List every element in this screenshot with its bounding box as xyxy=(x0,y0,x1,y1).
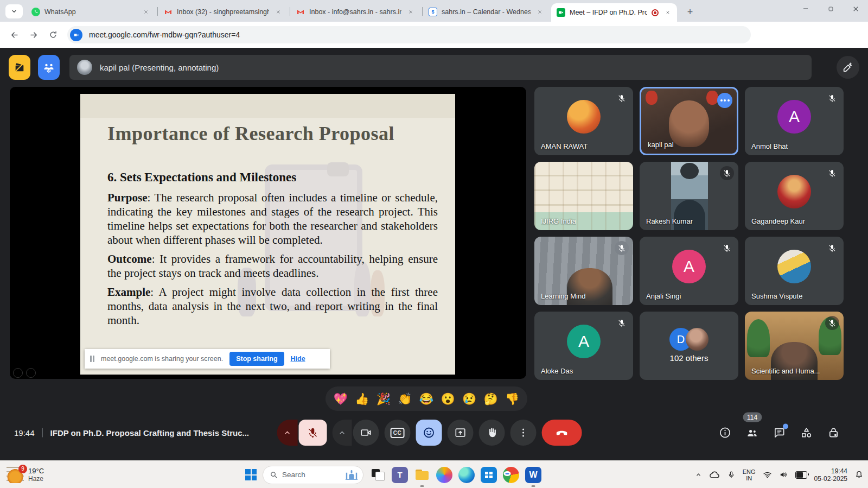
participant-tile-anjali-singi[interactable]: A Anjali Singi xyxy=(640,237,738,305)
reaction-laugh-button[interactable]: 😂 xyxy=(418,392,435,405)
companion-people-button[interactable] xyxy=(38,55,60,80)
taskbar-search[interactable]: Search xyxy=(263,466,363,484)
video-warning-button[interactable] xyxy=(9,55,30,80)
address-bar[interactable]: meet.google.com/fwr-mdbw-gqn?authuser=4 xyxy=(67,26,751,43)
reaction-thumbs-up-button[interactable]: 👍 xyxy=(354,392,370,405)
stop-sharing-button[interactable]: Stop sharing xyxy=(229,352,284,366)
onedrive-cloud-icon[interactable] xyxy=(709,470,720,480)
back-icon[interactable] xyxy=(5,26,23,43)
volume-icon[interactable] xyxy=(779,470,788,479)
reaction-thumbs-down-button[interactable]: 👎 xyxy=(504,392,520,405)
close-tab-icon[interactable] xyxy=(535,7,545,17)
participant-tile-scientific[interactable]: Scientific and Huma... xyxy=(745,312,844,380)
participant-tile-aman-rawat[interactable]: AMAN RAWAT xyxy=(534,87,633,155)
reload-icon[interactable] xyxy=(44,26,62,43)
hidden-icons-chevron-icon[interactable] xyxy=(695,471,702,478)
task-view-icon[interactable] xyxy=(369,467,386,483)
notifications-bell-icon[interactable] xyxy=(854,470,864,479)
window-controls xyxy=(793,0,868,17)
end-call-button[interactable] xyxy=(542,420,582,446)
tile-others[interactable]: D 102 others xyxy=(640,312,738,380)
slide-paragraph: Example: A project might involve data co… xyxy=(107,285,438,327)
participant-tile-rakesh-kumar[interactable]: Rakesh Kumar xyxy=(640,162,738,230)
word-icon[interactable]: W xyxy=(525,467,541,483)
reaction-party-button[interactable]: 🎉 xyxy=(375,392,392,405)
copilot-icon[interactable] xyxy=(436,467,452,483)
activities-button[interactable] xyxy=(800,427,813,439)
mic-options-chevron-icon[interactable] xyxy=(277,420,298,446)
tray-clock[interactable]: 19:44 05-02-2025 xyxy=(814,467,847,483)
raise-hand-button[interactable] xyxy=(479,420,505,446)
tab-meet-active[interactable]: Meet – IFDP on Ph.D. Propo xyxy=(551,3,677,22)
tab-inbox-personal[interactable]: Inbox (32) - singhpreetamsingh xyxy=(158,4,288,20)
language-indicator[interactable]: ENG IN xyxy=(743,468,756,481)
reaction-thinking-button[interactable]: 🤔 xyxy=(483,392,499,405)
minimize-icon[interactable] xyxy=(793,0,818,17)
annotate-pen-button[interactable] xyxy=(837,56,859,79)
browser-toolbar: meet.google.com/fwr-mdbw-gqn?authuser=4 xyxy=(0,22,868,48)
reaction-heart-button[interactable]: 💖 xyxy=(333,392,349,405)
mic-off-icon xyxy=(615,91,629,105)
close-tab-icon[interactable] xyxy=(663,8,673,17)
camera-options-chevron-icon[interactable] xyxy=(333,420,352,446)
start-button-icon[interactable] xyxy=(245,469,257,480)
captions-button[interactable]: CC xyxy=(385,420,411,446)
tab-whatsapp[interactable]: WhatsApp xyxy=(26,4,155,20)
maximize-icon[interactable] xyxy=(818,0,843,17)
reaction-cry-button[interactable]: 😢 xyxy=(461,392,477,405)
forward-icon[interactable] xyxy=(25,26,42,43)
reaction-clap-button[interactable]: 👏 xyxy=(397,392,413,405)
chrome-icon[interactable] xyxy=(503,467,519,483)
initial-avatar: A xyxy=(777,100,811,134)
mic-muted-button[interactable] xyxy=(299,420,327,446)
participant-tile-gagandeep-kaur[interactable]: Gagandeep Kaur xyxy=(745,162,844,230)
tab-search-button[interactable] xyxy=(5,4,23,18)
close-tab-icon[interactable] xyxy=(141,7,151,17)
tab-calendar[interactable]: 5 sahrs.in – Calendar - Wednesda xyxy=(423,4,549,20)
participant-tile-kapil-pal[interactable]: kapil pal xyxy=(640,87,738,155)
participant-tile-ijirg-india[interactable]: IJIRG India xyxy=(534,162,633,230)
reactions-toggle-button[interactable] xyxy=(416,420,442,446)
edge-icon[interactable] xyxy=(458,467,475,483)
hide-banner-link[interactable]: Hide xyxy=(291,355,305,363)
participant-tile-anmol-bhat[interactable]: A Anmol Bhat xyxy=(745,87,844,155)
participant-tile-sushma-vispute[interactable]: Sushma Vispute xyxy=(745,237,844,305)
participant-tile-learning-mind[interactable]: Learning Mind xyxy=(534,237,633,305)
tab-title: WhatsApp xyxy=(44,8,137,16)
participant-name: kapil pal xyxy=(648,141,674,149)
wifi-icon[interactable] xyxy=(763,470,772,479)
tile-menu-button[interactable] xyxy=(717,93,732,108)
more-options-button[interactable] xyxy=(510,420,537,446)
tab-title: Inbox (32) - singhpreetamsingh xyxy=(177,8,269,16)
windows-taskbar: 9 19°C Haze Search T W xyxy=(0,460,868,488)
close-tab-icon[interactable] xyxy=(406,7,416,17)
chat-panel-button[interactable] xyxy=(773,427,786,439)
host-controls-button[interactable] xyxy=(827,427,840,439)
annotation-undo-redo[interactable] xyxy=(13,368,36,378)
share-banner-text: meet.google.com is sharing your screen. xyxy=(101,355,223,363)
battery-icon[interactable] xyxy=(795,471,807,479)
video-decor xyxy=(747,319,770,357)
teams-icon[interactable]: T xyxy=(392,467,408,483)
weather-temp: 19°C xyxy=(28,467,44,475)
present-button[interactable] xyxy=(448,420,474,446)
avatar xyxy=(777,175,811,208)
tab-title: Meet – IFDP on Ph.D. Propo xyxy=(570,9,647,16)
people-count-badge: 114 xyxy=(743,413,762,422)
reaction-surprise-button[interactable]: 😮 xyxy=(439,392,456,405)
close-window-icon[interactable] xyxy=(843,0,868,17)
mic-off-icon xyxy=(825,241,839,255)
new-tab-button[interactable]: + xyxy=(684,5,697,18)
camera-button[interactable] xyxy=(353,420,379,446)
tab-inbox-sahrs[interactable]: Inbox - info@sahrs.in - sahrs.in xyxy=(291,4,420,20)
presenter-pill[interactable]: kapil pal (Presenting, annotating) xyxy=(69,55,812,80)
participant-tile-aloke-das[interactable]: A Aloke Das xyxy=(534,312,633,380)
taskbar-weather-widget[interactable]: 9 19°C Haze xyxy=(7,467,44,483)
close-tab-icon[interactable] xyxy=(273,7,283,17)
file-explorer-icon[interactable] xyxy=(414,467,430,483)
tray-mic-icon[interactable] xyxy=(727,471,736,479)
meeting-details-icon[interactable] xyxy=(719,427,731,439)
microsoft-store-icon[interactable] xyxy=(481,467,497,483)
people-panel-button[interactable]: 114 xyxy=(746,427,758,439)
reactions-bar: 💖 👍 🎉 👏 😂 😮 😢 🤔 👎 xyxy=(326,386,527,411)
